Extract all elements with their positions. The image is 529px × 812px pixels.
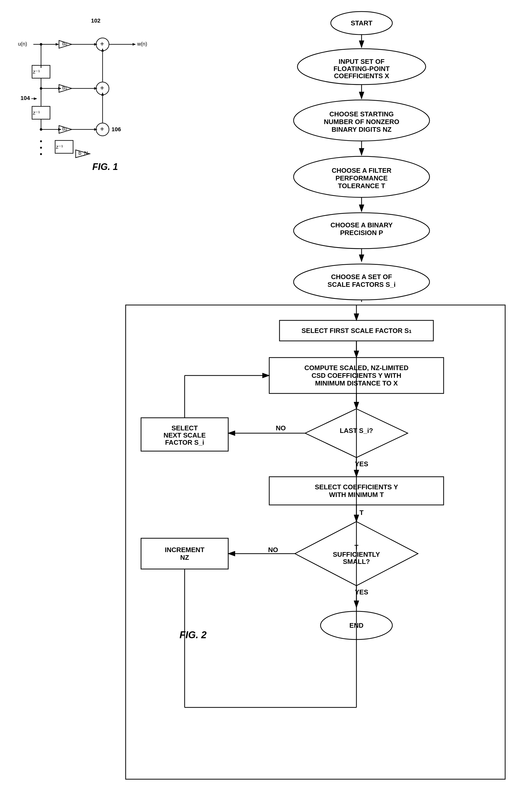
z1-label: z⁻¹ [33, 69, 40, 75]
choose-nz-line2: NUMBER OF NONZERO [324, 118, 400, 126]
choose-t-line2: PERFORMANCE [335, 174, 388, 182]
bN-label: b_N [78, 150, 88, 156]
yes-label-2: YES [355, 588, 368, 596]
svg-marker-18 [94, 87, 98, 90]
choose-p-line2: PRECISION P [340, 229, 383, 236]
wn-label: w(n) [137, 41, 147, 47]
adder2: + [100, 84, 104, 92]
fig1-svg: .bd-text { font-family: Arial, sans-seri… [15, 15, 195, 159]
yes-label-1: YES [355, 460, 368, 468]
start-text: START [351, 19, 373, 27]
select-first: SELECT FIRST SCALE FACTOR S₁ [302, 327, 412, 334]
svg-marker-23 [34, 97, 37, 100]
svg-marker-35 [101, 92, 104, 96]
select-next-line1: SELECT [172, 424, 198, 432]
input-line3: COEFFICIENTS X [334, 72, 389, 80]
svg-marker-6 [94, 43, 98, 46]
no-label-1: NO [276, 424, 286, 432]
t-label: T [359, 509, 363, 517]
svg-marker-16 [58, 87, 61, 90]
un-label: u(n) [18, 41, 27, 47]
select-next-line3: FACTOR S_i [165, 438, 204, 446]
choose-t-line1: CHOOSE A FILTER [331, 166, 391, 174]
b0-label: b₀ [62, 41, 67, 46]
flowchart-bottom-svg: .fc2 { font-family: Arial, sans-serif; f… [118, 297, 513, 795]
svg-text:•: • [40, 150, 42, 158]
input-line1: INPUT SET OF [339, 58, 384, 66]
choose-s-line1: CHOOSE A SET OF [331, 273, 392, 281]
flowchart-top-svg: .fc-text { font-family: Arial, sans-seri… [220, 8, 503, 302]
increment-nz-line1: INCREMENT [165, 546, 205, 554]
fig1-label: FIG. 1 [15, 161, 195, 172]
choose-nz-line1: CHOOSE STARTING [329, 110, 394, 118]
adder1: + [100, 40, 104, 48]
b2-label: b₂ [62, 126, 67, 131]
label-102: 102 [91, 17, 101, 24]
adder3: + [100, 125, 104, 133]
no-label-2: NO [268, 546, 278, 554]
svg-marker-1 [56, 43, 59, 46]
select-next-line2: NEXT SCALE [163, 431, 206, 439]
choose-nz-line3: BINARY DIGITS NZ [331, 126, 391, 133]
svg-marker-21 [101, 48, 104, 52]
fig1-area: .bd-text { font-family: Arial, sans-seri… [15, 15, 195, 169]
svg-marker-32 [94, 128, 98, 131]
end-text: END [349, 622, 363, 629]
svg-marker-30 [58, 128, 61, 131]
choose-p-line1: CHOOSE A BINARY [330, 221, 393, 229]
input-line2: FLOATING-POINT [333, 65, 389, 73]
choose-s-line2: SCALE FACTORS S_i [327, 281, 396, 288]
increment-nz-line2: NZ [180, 554, 189, 561]
choose-t-line3: TOLERANCE T [338, 182, 385, 190]
page: .bd-text { font-family: Arial, sans-seri… [0, 0, 529, 812]
label-106: 106 [112, 126, 121, 132]
fig2-label: FIG. 2 [180, 629, 207, 640]
z3-label: z⁻¹ [56, 144, 63, 150]
b1-label: b₁ [62, 85, 67, 90]
z2-label: z⁻¹ [33, 110, 40, 116]
svg-marker-9 [132, 43, 136, 46]
label-104: 104 [20, 95, 30, 101]
